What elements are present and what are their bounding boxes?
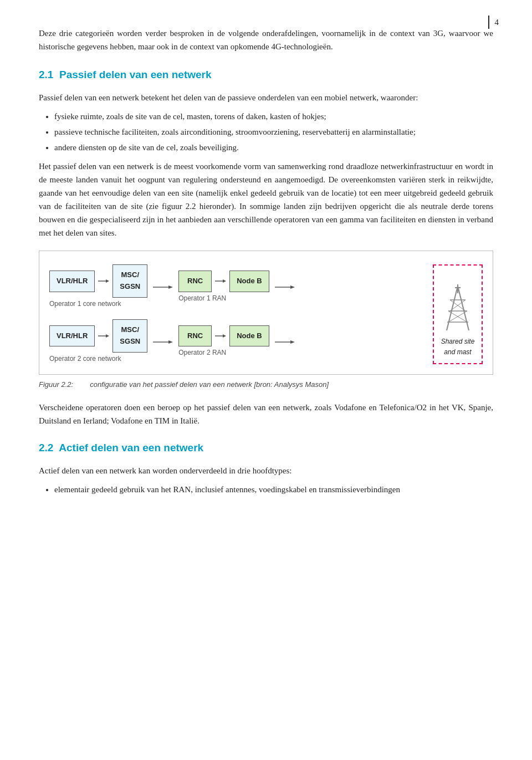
section-21-heading: Passief delen van een netwerk — [59, 69, 212, 80]
tower-icon — [441, 283, 474, 333]
op2-core-to-ran-arrow — [153, 339, 173, 345]
operator2-section: VLR/HLR MSC/ SGSN Operator 2 core networ… — [49, 319, 427, 364]
op1-core-to-ran-arrow — [153, 284, 173, 290]
svg-marker-9 — [106, 334, 109, 338]
section-22-heading: Actief delen van een netwerk — [59, 442, 203, 453]
op2-msc-box: MSC/ SGSN — [112, 319, 147, 353]
operator1-core-boxes: VLR/HLR MSC/ SGSN — [49, 264, 147, 298]
operator1-ran: RNC Node B Operator 1 RAN — [178, 271, 269, 304]
op2-ran-to-shared-arrow — [275, 339, 295, 345]
op1-msc-line2: SGSN — [120, 282, 140, 290]
svg-marker-5 — [223, 279, 226, 283]
op1-ran-to-shared-arrow — [275, 284, 295, 290]
operator2-core-label: Operator 2 core network — [49, 354, 121, 364]
page-number: 4 — [488, 16, 499, 29]
shared-label-line2: and mast — [444, 348, 471, 356]
bullet-1: fysieke ruimte, zoals de site van de cel… — [54, 110, 493, 123]
svg-marker-3 — [168, 285, 173, 289]
section-22-bullet-1: elementair gedeeld gebruik van het RAN, … — [54, 483, 493, 496]
op2-vlr-box: VLR/HLR — [49, 325, 95, 347]
svg-marker-1 — [106, 279, 109, 283]
op1-rnc-arrow — [215, 278, 226, 284]
bullet-3: andere diensten op de site van de cel, z… — [54, 141, 493, 154]
op2-nodeb-box: Node B — [229, 325, 269, 347]
op2-rnc-arrow — [215, 333, 226, 339]
section-22-number: 2.2 — [39, 442, 53, 453]
shared-label-line1: Shared site — [441, 338, 475, 345]
bottom-text: Verscheidene operatoren doen een beroep … — [39, 401, 493, 427]
section-21-title: 2.1 Passief delen van een netwerk — [39, 67, 493, 83]
section-22-bullets: elementair gedeeld gebruik van het RAN, … — [54, 483, 493, 496]
intro-paragraph: Deze drie categorieën worden verder besp… — [39, 27, 493, 53]
shared-site-label: Shared site and mast — [441, 336, 475, 358]
section-21-subtitle: Passief delen van een netwerk betekent h… — [39, 91, 493, 104]
svg-marker-7 — [290, 285, 295, 289]
svg-line-17 — [458, 286, 469, 330]
svg-marker-15 — [290, 340, 295, 344]
figure-caption: Figuur 2.2: configuratie van het passief… — [39, 379, 493, 391]
section-21-body: Het passief delen van een netwerk is de … — [39, 160, 493, 239]
diagram-container: VLR/HLR MSC/ SGSN Operator 1 core networ… — [39, 251, 493, 375]
diagram-left: VLR/HLR MSC/ SGSN Operator 1 core networ… — [49, 264, 427, 364]
op2-msc-line2: SGSN — [120, 337, 140, 345]
svg-line-16 — [447, 286, 458, 330]
diagram-layout: VLR/HLR MSC/ SGSN Operator 1 core networ… — [49, 264, 483, 364]
op1-vlr-box: VLR/HLR — [49, 271, 95, 292]
bullet-2: passieve technische faciliteiten, zoals … — [54, 125, 493, 139]
operator2-ran-boxes: RNC Node B — [178, 325, 269, 347]
section-21-bullets: fysieke ruimte, zoals de site van de cel… — [54, 110, 493, 154]
figure-caption-text: configuratie van het passief delen van e… — [90, 379, 329, 391]
operator2-core: VLR/HLR MSC/ SGSN Operator 2 core networ… — [49, 319, 147, 364]
operator1-ran-boxes: RNC Node B — [178, 271, 269, 292]
operator1-core: VLR/HLR MSC/ SGSN Operator 1 core networ… — [49, 264, 147, 309]
operator2-core-boxes: VLR/HLR MSC/ SGSN — [49, 319, 147, 353]
svg-marker-11 — [168, 340, 173, 344]
op1-msc-box: MSC/ SGSN — [112, 264, 147, 298]
op1-rnc-box: RNC — [178, 271, 212, 292]
operator1-section: VLR/HLR MSC/ SGSN Operator 1 core networ… — [49, 264, 427, 309]
op2-rnc-box: RNC — [178, 325, 212, 347]
shared-site-box: Shared site and mast — [433, 264, 483, 364]
section-21-number: 2.1 — [39, 69, 53, 80]
operator2-ran: RNC Node B Operator 2 RAN — [178, 325, 269, 359]
op2-arrow1 — [98, 333, 109, 339]
op1-arrow1 — [98, 278, 109, 284]
svg-marker-13 — [223, 334, 226, 338]
op1-nodeb-box: Node B — [229, 271, 269, 292]
operator1-ran-label: Operator 1 RAN — [178, 293, 226, 304]
operator1-core-label: Operator 1 core network — [49, 299, 121, 309]
section-22-subtitle: Actief delen van een netwerk kan worden … — [39, 464, 493, 477]
operator2-ran-label: Operator 2 RAN — [178, 348, 226, 358]
op2-msc-line1: MSC/ — [121, 325, 140, 334]
operator2-row: VLR/HLR MSC/ SGSN Operator 2 core networ… — [49, 319, 427, 364]
page: 4 Deze drie categorieën worden verder be… — [0, 0, 532, 760]
figure-caption-label: Figuur 2.2: — [39, 379, 73, 391]
operator1-row: VLR/HLR MSC/ SGSN Operator 1 core networ… — [49, 264, 427, 309]
section-22-title: 2.2 Actief delen van een netwerk — [39, 440, 493, 456]
op1-msc-line1: MSC/ — [121, 271, 140, 279]
